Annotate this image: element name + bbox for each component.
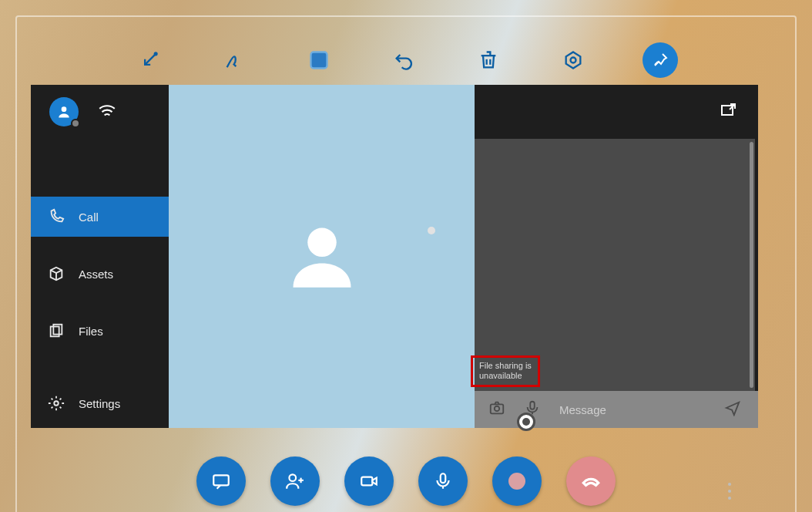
svg-point-0 <box>155 52 157 55</box>
chat-button[interactable] <box>196 456 246 506</box>
nav-label: Settings <box>79 397 120 410</box>
svg-rect-12 <box>213 475 229 485</box>
undo-icon[interactable] <box>388 45 419 76</box>
add-participant-button[interactable] <box>270 456 320 506</box>
svg-rect-14 <box>361 477 372 486</box>
target-icon[interactable] <box>558 45 589 76</box>
file-sharing-tooltip: File sharing is unavailable <box>471 355 540 388</box>
video-dot <box>428 227 435 234</box>
svg-rect-1 <box>311 52 327 69</box>
app-window: Call Assets Files Settings <box>31 85 758 428</box>
sidebar-item-files[interactable]: Files <box>31 311 169 351</box>
video-button[interactable] <box>344 456 394 506</box>
svg-rect-15 <box>441 473 446 483</box>
avatar[interactable] <box>49 97 79 126</box>
camera-icon[interactable] <box>488 399 505 419</box>
nav-label: Call <box>79 211 99 224</box>
chat-header <box>475 85 758 139</box>
svg-point-2 <box>571 58 576 63</box>
chat-panel: File sharing is unavailable <box>475 85 758 428</box>
svg-point-10 <box>495 406 499 411</box>
chat-body: File sharing is unavailable <box>475 139 755 391</box>
svg-point-6 <box>54 401 59 406</box>
annotation-toolbar <box>0 39 812 82</box>
ink-tool-icon[interactable] <box>219 45 250 76</box>
nav-label: Assets <box>79 268 113 281</box>
svg-point-3 <box>62 106 67 112</box>
person-placeholder-icon <box>284 217 361 297</box>
send-icon[interactable] <box>724 399 741 419</box>
gear-icon <box>48 395 65 412</box>
nav-label: Files <box>79 325 103 338</box>
phone-icon <box>48 208 65 225</box>
video-area <box>169 85 475 428</box>
sidebar-item-settings[interactable]: Settings <box>31 383 169 423</box>
message-input[interactable] <box>559 403 706 416</box>
pin-button[interactable] <box>643 42 678 78</box>
svg-point-13 <box>289 474 296 481</box>
wifi-icon[interactable] <box>97 100 117 123</box>
more-icon[interactable] <box>728 483 731 500</box>
svg-point-7 <box>307 227 337 257</box>
files-icon <box>48 322 65 339</box>
center-indicator <box>517 413 535 431</box>
popout-icon[interactable] <box>720 101 738 123</box>
shape-tool-icon[interactable] <box>304 45 334 76</box>
call-controls <box>0 456 812 506</box>
chat-scrollbar[interactable] <box>750 142 753 388</box>
sidebar-item-call[interactable]: Call <box>31 197 169 237</box>
arrow-tool-icon[interactable] <box>134 45 165 76</box>
box-icon <box>48 265 65 282</box>
presence-dot <box>71 119 80 128</box>
sidebar-header <box>31 85 169 139</box>
record-button[interactable] <box>492 456 542 506</box>
sidebar-item-assets[interactable]: Assets <box>31 254 169 294</box>
hangup-button[interactable] <box>566 456 616 506</box>
svg-rect-11 <box>530 402 535 409</box>
mute-button[interactable] <box>418 456 468 506</box>
trash-icon[interactable] <box>473 45 504 76</box>
sidebar: Call Assets Files Settings <box>31 85 169 428</box>
